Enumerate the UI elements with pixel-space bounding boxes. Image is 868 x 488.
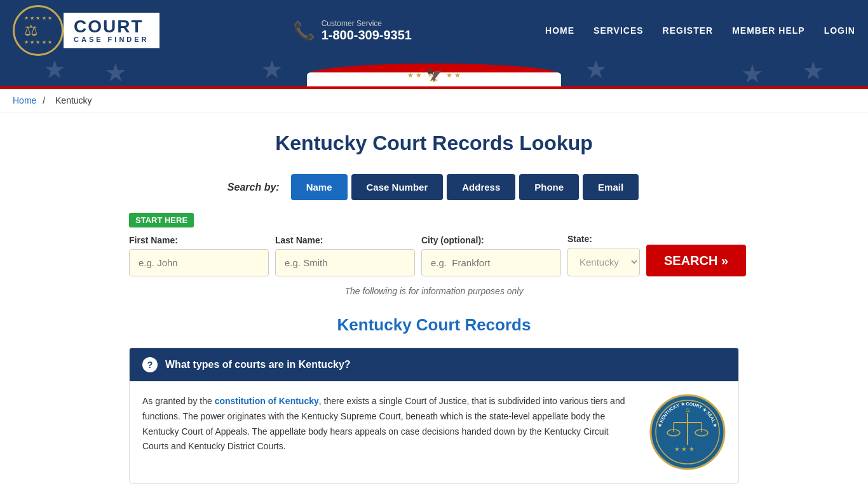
svg-text:⚖: ⚖: [686, 407, 690, 413]
faq-text: As granted by the constitution of Kentuc…: [142, 394, 637, 454]
nav-member-help[interactable]: MEMBER HELP: [732, 25, 804, 36]
constitution-link[interactable]: constitution of Kentucky: [215, 396, 319, 406]
logo-text: COURT CASE FINDER: [64, 13, 159, 48]
search-button[interactable]: SEARCH »: [646, 245, 746, 276]
logo-area: ★ ★ ★ ★ ★ ⚖ ★ ★ ★ ★ ★ COURT CASE FINDER: [13, 5, 159, 56]
eagle-icon: 🦅: [426, 67, 442, 83]
phone-icon: 📞: [293, 20, 315, 41]
breadcrumb-separator: /: [43, 95, 45, 105]
last-name-input[interactable]: [275, 249, 415, 276]
star-left: ★ ★: [407, 71, 422, 79]
header-red-line: [0, 86, 868, 89]
tab-address[interactable]: Address: [447, 174, 515, 200]
bg-star: ★: [585, 61, 607, 84]
logo-circle: ★ ★ ★ ★ ★ ⚖ ★ ★ ★ ★ ★: [13, 5, 64, 56]
city-label: City (optional):: [421, 235, 561, 245]
section-title: Kentucky Court Records: [129, 315, 739, 335]
bg-star: ★: [104, 61, 127, 86]
first-name-input[interactable]: [129, 249, 269, 276]
last-name-label: Last Name:: [275, 235, 415, 245]
site-header: ★ ★ ★ ★ ★ ⚖ ★ ★ ★ ★ ★ COURT CASE FINDER …: [0, 0, 868, 89]
search-form: First Name: Last Name: City (optional): …: [129, 234, 739, 276]
faq-icon: ?: [142, 357, 158, 372]
breadcrumb-current: Kentucky: [55, 95, 92, 105]
first-name-group: First Name:: [129, 235, 269, 276]
faq-header[interactable]: ? What types of courts are in Kentucky?: [130, 348, 738, 381]
state-select[interactable]: Kentucky Alabama Alaska Arizona Californ…: [567, 248, 640, 276]
start-here-badge: START HERE: [129, 213, 194, 227]
faq-question: What types of courts are in Kentucky?: [165, 359, 351, 370]
star-right: ★ ★: [446, 71, 461, 79]
cs-text-block: Customer Service 1-800-309-9351: [322, 19, 412, 43]
nav-register[interactable]: REGISTER: [663, 25, 714, 36]
faq-body: As granted by the constitution of Kentuc…: [130, 381, 738, 483]
scales-icon: ⚖: [24, 22, 52, 39]
cs-phone: 1-800-309-9351: [322, 28, 412, 43]
nav-services[interactable]: SERVICES: [593, 25, 644, 36]
faq-item: ? What types of courts are in Kentucky? …: [129, 348, 739, 484]
cs-label: Customer Service: [322, 19, 412, 28]
tab-name[interactable]: Name: [291, 174, 348, 200]
page-title: Kentucky Court Records Lookup: [129, 132, 739, 155]
search-by-row: Search by: Name Case Number Address Phon…: [129, 174, 739, 200]
first-name-label: First Name:: [129, 235, 269, 245]
bg-star: ★: [802, 61, 825, 85]
nav-login[interactable]: LOGIN: [824, 25, 855, 36]
tab-email[interactable]: Email: [583, 174, 639, 200]
logo-case-finder-word: CASE FINDER: [74, 36, 149, 43]
last-name-group: Last Name:: [275, 235, 415, 276]
main-content: Kentucky Court Records Lookup Search by:…: [116, 112, 752, 488]
customer-service: 📞 Customer Service 1-800-309-9351: [293, 19, 412, 43]
tab-phone[interactable]: Phone: [519, 174, 579, 200]
main-nav: HOME SERVICES REGISTER MEMBER HELP LOGIN: [545, 25, 855, 36]
city-group: City (optional):: [421, 235, 561, 276]
city-input[interactable]: [421, 249, 561, 276]
nav-home[interactable]: HOME: [545, 25, 574, 36]
kentucky-seal: ★ KENTUCKY ★ COURT ★ SEAL ★ ★ ★ ★ ⚖: [649, 394, 726, 470]
logo-court-word: COURT: [74, 18, 149, 36]
bg-star: ★: [43, 61, 66, 84]
bg-star: ★: [741, 61, 764, 86]
breadcrumb-home[interactable]: Home: [13, 95, 36, 105]
state-group: State: Kentucky Alabama Alaska Arizona C…: [567, 234, 640, 276]
breadcrumb: Home / Kentucky: [0, 89, 868, 112]
bg-star: ★: [261, 61, 283, 84]
svg-text:★ ★ ★: ★ ★ ★: [674, 445, 695, 452]
tab-case-number[interactable]: Case Number: [351, 174, 444, 200]
info-note: The following is for information purpose…: [129, 286, 739, 296]
search-by-label: Search by:: [227, 182, 280, 193]
state-label: State:: [567, 234, 640, 244]
header-banner: ★ ★ ★ ★ ★ ★ ★ ★ 🦅 ★ ★: [0, 61, 868, 86]
